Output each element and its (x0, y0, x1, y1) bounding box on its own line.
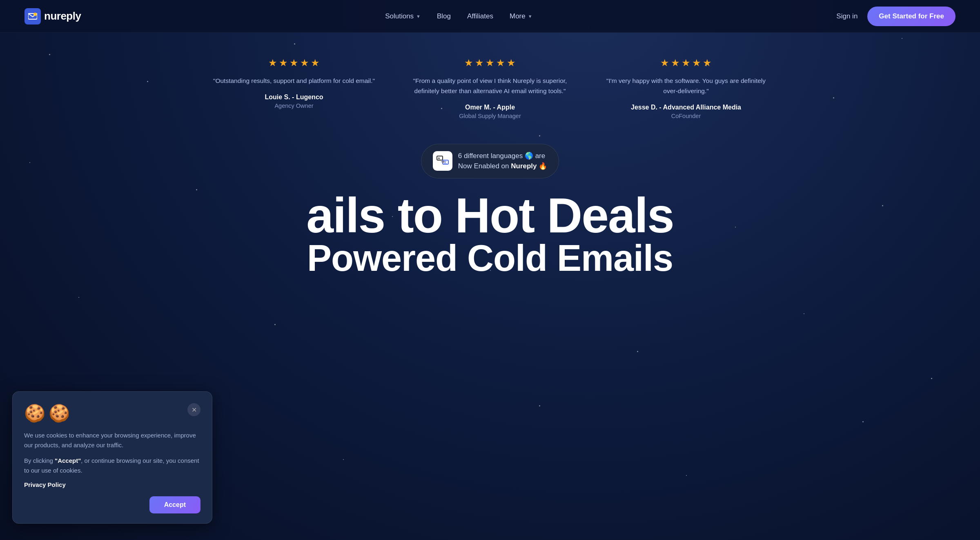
star-icon: ★ (311, 57, 320, 69)
cookie-icons: 🍪 🍪 (24, 403, 70, 423)
star-icon: ★ (507, 57, 516, 69)
star-icon: ★ (290, 57, 298, 69)
solutions-button[interactable]: Solutions ▼ (385, 12, 421, 20)
nav-links: Solutions ▼ Blog Affiliates More ▼ (385, 12, 532, 20)
star-icon: ★ (671, 57, 680, 69)
star-icon: ★ (475, 57, 484, 69)
sign-in-button[interactable]: Sign in (836, 12, 858, 20)
testimonial-role-3: CoFounder (600, 113, 772, 119)
star-icon: ★ (279, 57, 288, 69)
testimonial-text-1: "Outstanding results, support and platfo… (208, 76, 380, 86)
more-button[interactable]: More ▼ (510, 12, 532, 20)
privacy-policy-link[interactable]: Privacy Policy (24, 481, 200, 488)
language-badge-container: A 文 6 different languages 🌎 are Now Enab… (0, 144, 980, 179)
star-icon: ★ (268, 57, 277, 69)
stars-row-1: ★ ★ ★ ★ ★ (208, 57, 380, 69)
hero-headline: ails to Hot Deals (16, 191, 964, 240)
svg-text:A: A (438, 156, 440, 160)
star-icon: ★ (660, 57, 669, 69)
nav-item-blog[interactable]: Blog (437, 12, 451, 20)
chevron-down-icon-more: ▼ (528, 14, 532, 19)
navbar: ! nureply Solutions ▼ Blog Affiliates Mo… (0, 0, 980, 33)
cookie-text-1: We use cookies to enhance your browsing … (24, 431, 200, 450)
cookie-emoji-2: 🍪 (49, 403, 70, 423)
testimonial-card-1: ★ ★ ★ ★ ★ "Outstanding results, support … (208, 57, 380, 109)
badge-line2: Now Enabled on Nureply 🔥 (458, 161, 548, 172)
testimonial-role-2: Global Supply Manager (404, 113, 576, 119)
nav-item-solutions[interactable]: Solutions ▼ (385, 12, 421, 20)
testimonial-author-1: Louie S. - Lugenco (208, 94, 380, 101)
testimonial-text-3: "I'm very happy with the software. You g… (600, 76, 772, 96)
cookie-banner: 🍪 🍪 ✕ We use cookies to enhance your bro… (12, 391, 212, 524)
cookie-body: We use cookies to enhance your browsing … (24, 431, 200, 488)
nav-item-more[interactable]: More ▼ (510, 12, 532, 20)
testimonial-card-2: ★ ★ ★ ★ ★ "From a quality point of view … (404, 57, 576, 119)
hero-subheadline: Powered Cold Emails (16, 240, 964, 277)
accept-button[interactable]: Accept (149, 496, 200, 513)
main-content: ★ ★ ★ ★ ★ "Outstanding results, support … (0, 33, 980, 293)
stars-row-3: ★ ★ ★ ★ ★ (600, 57, 772, 69)
badge-text: 6 different languages 🌎 are Now Enabled … (458, 151, 548, 172)
stars-row-2: ★ ★ ★ ★ ★ (404, 57, 576, 69)
nav-item-affiliates[interactable]: Affiliates (467, 12, 493, 20)
blog-link[interactable]: Blog (437, 12, 451, 20)
close-button[interactable]: ✕ (187, 403, 200, 416)
nav-actions: Sign in Get Started for Free (836, 7, 956, 26)
logo-icon: ! (24, 8, 41, 25)
cookie-emoji-1: 🍪 (24, 403, 45, 423)
hero-text-section: ails to Hot Deals Powered Cold Emails (0, 191, 980, 293)
testimonial-text-2: "From a quality point of view I think Nu… (404, 76, 576, 96)
get-started-button[interactable]: Get Started for Free (867, 7, 956, 26)
testimonial-author-2: Omer M. - Apple (404, 104, 576, 111)
testimonial-card-3: ★ ★ ★ ★ ★ "I'm very happy with the softw… (600, 57, 772, 119)
star-icon: ★ (496, 57, 505, 69)
translate-icon: A 文 (433, 151, 452, 171)
testimonials-section: ★ ★ ★ ★ ★ "Outstanding results, support … (0, 33, 980, 136)
logo-text: nureply (44, 10, 81, 22)
star-icon: ★ (682, 57, 690, 69)
chevron-down-icon: ▼ (416, 14, 421, 19)
cookie-header: 🍪 🍪 ✕ (24, 403, 200, 423)
star-icon: ★ (486, 57, 494, 69)
star-icon: ★ (692, 57, 701, 69)
affiliates-link[interactable]: Affiliates (467, 12, 493, 20)
cookie-text-2: By clicking "Accept", or continue browsi… (24, 456, 200, 475)
star-icon: ★ (464, 57, 473, 69)
cookie-footer: Accept (24, 496, 200, 513)
badge-line1: 6 different languages 🌎 are (458, 151, 548, 161)
testimonial-role-1: Agency Owner (208, 103, 380, 109)
testimonial-author-3: Jesse D. - Advanced Alliance Media (600, 104, 772, 111)
logo[interactable]: ! nureply (24, 8, 81, 25)
language-badge: A 文 6 different languages 🌎 are Now Enab… (421, 144, 559, 179)
star-icon: ★ (300, 57, 309, 69)
star-icon: ★ (703, 57, 712, 69)
